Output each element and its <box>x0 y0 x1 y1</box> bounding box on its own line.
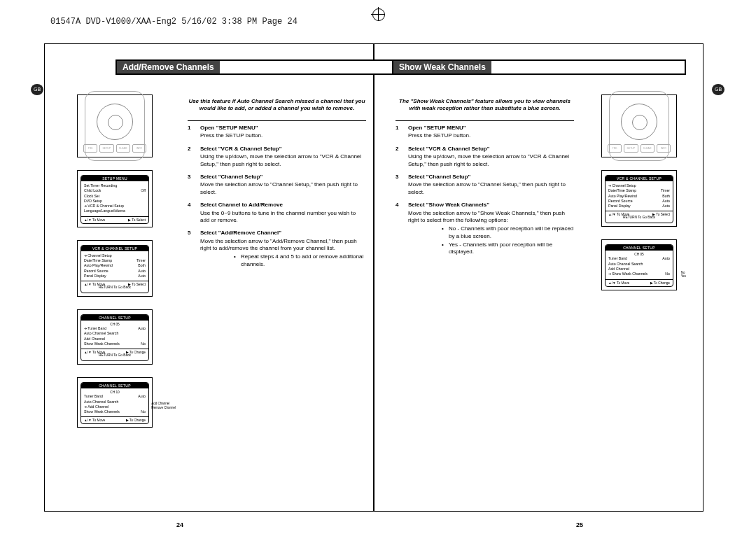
step-item: 4 Select Channel to Add/Remove Use the 0… <box>188 202 366 224</box>
osd-row: Add Channel <box>84 337 105 342</box>
step-title: Select "Channel Setup" <box>408 174 574 181</box>
osd-row-selected: Channel Setup <box>608 183 636 188</box>
step-number: 1 <box>396 125 408 140</box>
crop-mark-icon <box>371 7 385 28</box>
section-title-right: Show Weak Channels <box>392 59 686 75</box>
step-item: 1 Open "SETUP MENU" Press the SETUP butt… <box>188 125 366 140</box>
osd-title: CHANNEL SETUP <box>81 383 148 388</box>
osd-row: Clock Set <box>84 194 99 199</box>
step-number: 3 <box>396 174 408 196</box>
step-item: 2 Select "VCR & Channel Setup" Using the… <box>188 146 366 168</box>
page-number-left: 24 <box>176 521 183 528</box>
step-title: Select "Channel Setup" <box>200 174 366 181</box>
section-title-spacer <box>491 61 685 73</box>
step-text: Press the SETUP button. <box>408 132 574 139</box>
osd-row: Auto Play/Rewind <box>84 263 113 268</box>
osd-title: VCR & CHANNEL SETUP <box>81 246 148 251</box>
figure-column-left: TRKSETUPCLEARINFO SETUP MENU Set Timer R… <box>77 94 153 440</box>
step-number: 1 <box>188 125 200 140</box>
step-title: Select "Show Weak Channels" <box>408 202 574 209</box>
step-text: Using the up/down, move the selection ar… <box>200 153 366 168</box>
remote-btn: INFO <box>657 144 671 153</box>
osd-row: Auto Channel Search <box>608 262 643 267</box>
step-item: 3 Select "Channel Setup" Move the select… <box>188 174 366 196</box>
osd-title: CHANNEL SETUP <box>606 245 673 251</box>
osd-row: Tuner Band <box>608 256 627 261</box>
remote-btn: CLEAR <box>116 144 130 153</box>
step-title: Select "VCR & Channel Setup" <box>408 146 574 153</box>
intro-text-left: Use this feature if Auto Channel Search … <box>188 98 366 113</box>
osd-row: Date/Time Stamp <box>84 258 112 263</box>
osd-row: Panel Display <box>608 204 631 209</box>
osd-hint: ▲/▼ To Move <box>84 419 105 422</box>
osd-row: DVD Setup <box>84 199 102 204</box>
osd-channel-setup-a: CHANNEL SETUP CH 05 Tuner BandAuto Auto … <box>77 309 153 365</box>
osd-hint: ▶ To Change <box>650 281 670 285</box>
step-title: Select Channel to Add/Remove <box>200 202 366 209</box>
remote-illustration: TRKSETUPCLEARINFO <box>77 94 153 157</box>
osd-row: Date/Time Stamp <box>608 188 636 193</box>
remote-btn: SETUP <box>624 144 638 153</box>
osd-title: VCR & CHANNEL SETUP <box>606 176 673 181</box>
step-number: 4 <box>188 202 200 224</box>
remote-btn: TRK <box>608 144 622 153</box>
osd-row: Record Source <box>84 269 108 274</box>
step-text: Move the selection arrow to "Channel Set… <box>200 181 366 196</box>
step-text: Move the selection arrow to "Show Weak C… <box>408 210 574 225</box>
step-bullet: No - Channels with poor reception will b… <box>442 225 574 240</box>
osd-side-label: Add Channel Remove Channel <box>151 402 176 410</box>
step-number: 5 <box>188 230 200 269</box>
step-number: 2 <box>188 146 200 168</box>
osd-row-selected: Add Channel <box>84 405 108 409</box>
osd-row: Auto Play/Rewind <box>608 194 637 199</box>
osd-channel-setup-b: CHANNEL SETUP CH 10 Tuner BandAuto Auto … <box>77 377 153 428</box>
steps-right: 1 Open "SETUP MENU" Press the SETUP butt… <box>396 125 574 263</box>
osd-row: Language/Langue/Idioma <box>84 209 125 213</box>
figure-column-right: TRKSETUPCLEARINFO VCR & CHANNEL SETUP Ch… <box>601 94 677 303</box>
remote-btn: INFO <box>132 144 146 153</box>
osd-vcr-channel: VCR & CHANNEL SETUP Channel Setup Date/T… <box>601 170 677 227</box>
step-text: Press the SETUP button. <box>200 132 366 139</box>
osd-hint: ▶ To Select <box>128 218 146 222</box>
osd-row: Record Source <box>608 199 633 204</box>
osd-row-selected: Show Weak Channels <box>608 272 648 276</box>
step-item: 3 Select "Channel Setup" Move the select… <box>396 174 574 196</box>
step-number: 2 <box>396 146 408 168</box>
osd-row: Panel Display <box>84 274 106 279</box>
step-title: Select "Add/Remove Channel" <box>200 230 366 237</box>
section-title-spacer <box>220 61 408 73</box>
osd-row: Auto Channel Search <box>84 400 118 405</box>
step-item: 2 Select "VCR & Channel Setup" Using the… <box>396 146 574 168</box>
step-item: 4 Select "Show Weak Channels" Move the s… <box>396 202 574 258</box>
print-header: 01547A DVD-V1000/XAA-Eng2 5/16/02 3:38 P… <box>50 17 298 27</box>
osd-row: Auto Channel Search <box>84 331 118 336</box>
intro-text-right: The "Show Weak Channels" feature allows … <box>396 98 574 113</box>
remote-illustration: TRKSETUPCLEARINFO <box>601 94 677 157</box>
osd-row: Set Timer Recording <box>84 183 117 188</box>
osd-row-selected: Tuner Band <box>84 326 106 331</box>
step-text: Move the selection arrow to "Channel Set… <box>408 181 574 196</box>
step-bullet: Yes - Channels with poor reception will … <box>442 241 574 256</box>
step-title: Open "SETUP MENU" <box>200 125 366 132</box>
section-title-left: Add/Remove Channels <box>115 59 410 75</box>
osd-row-selected: Channel Setup <box>84 253 112 258</box>
region-badge-right: GB <box>712 84 724 95</box>
osd-row: Child Lock <box>84 188 101 193</box>
remote-btn: TRK <box>83 144 97 153</box>
osd-row: Show Weak Channels <box>84 342 120 346</box>
divider-left <box>188 120 366 121</box>
remote-btn: SETUP <box>99 144 113 153</box>
remote-btn: CLEAR <box>640 144 654 153</box>
step-title: Select "VCR & Channel Setup" <box>200 146 366 153</box>
osd-row-selected: VCR & Channel Setup <box>84 204 124 209</box>
step-item: 5 Select "Add/Remove Channel" Move the s… <box>188 230 366 269</box>
osd-hint: ▲/▼ To Move <box>608 281 629 285</box>
region-badge-left: GB <box>31 84 43 95</box>
osd-vcr-channel: VCR & CHANNEL SETUP Channel Setup Date/T… <box>77 240 153 297</box>
section-title-text: Show Weak Channels <box>393 61 491 73</box>
step-item: 1 Open "SETUP MENU" Press the SETUP butt… <box>396 125 574 140</box>
step-title: Open "SETUP MENU" <box>408 125 574 132</box>
osd-channel-setup: CHANNEL SETUP CH 05 Tuner BandAuto Auto … <box>601 239 677 290</box>
divider-right <box>396 120 574 121</box>
osd-setup-menu: SETUP MENU Set Timer Recording Child Loc… <box>77 170 153 227</box>
